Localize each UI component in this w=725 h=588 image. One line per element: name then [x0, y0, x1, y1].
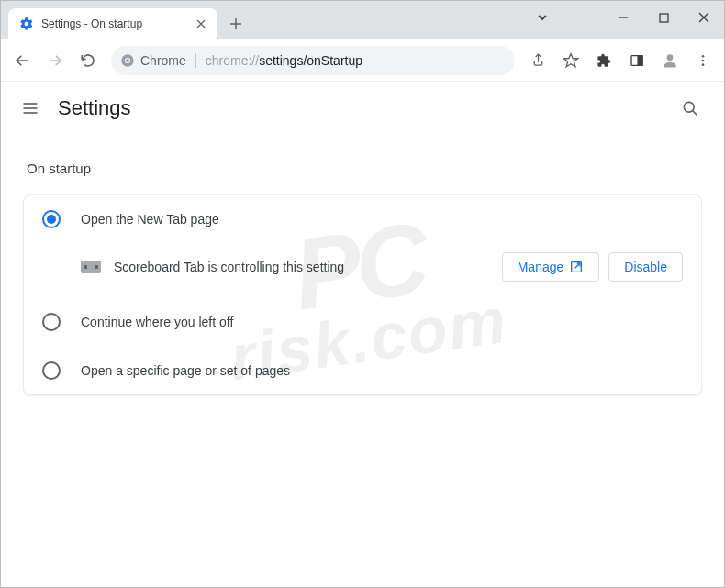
svg-point-19: [702, 59, 705, 61]
svg-rect-16: [638, 55, 642, 65]
new-tab-button[interactable]: [223, 11, 249, 37]
manage-button[interactable]: Manage: [502, 252, 600, 282]
back-button[interactable]: [6, 45, 38, 76]
open-external-icon: [569, 260, 584, 274]
site-chip[interactable]: Chrome: [120, 53, 186, 68]
radio-icon[interactable]: [42, 313, 61, 331]
option-label: Open the New Tab page: [81, 212, 219, 227]
maximize-button[interactable]: [643, 1, 684, 34]
sidepanel-button[interactable]: [621, 45, 652, 76]
page-title: Settings: [58, 96, 131, 120]
radio-icon[interactable]: [42, 210, 61, 228]
option-label: Continue where you left off: [81, 315, 233, 329]
svg-rect-5: [660, 14, 668, 22]
address-bar[interactable]: Chrome chrome://settings/onStartup: [111, 46, 515, 75]
forward-button[interactable]: [39, 45, 71, 76]
chrome-logo-icon: [120, 53, 135, 68]
disable-label: Disable: [624, 260, 667, 274]
startup-card: Open the New Tab page Scoreboard Tab is …: [23, 194, 702, 395]
main-content: On startup Open the New Tab page Scorebo…: [1, 135, 724, 417]
svg-point-18: [702, 55, 705, 58]
controlled-by-extension-row: Scoreboard Tab is controlling this setti…: [24, 243, 701, 298]
url-host: settings: [259, 53, 303, 68]
settings-header: Settings: [1, 82, 724, 135]
radio-icon[interactable]: [42, 361, 61, 380]
toolbar: Chrome chrome://settings/onStartup: [1, 39, 724, 82]
tab-search-chevron-icon[interactable]: [524, 1, 561, 34]
bookmark-button[interactable]: [555, 45, 586, 76]
option-new-tab[interactable]: Open the New Tab page: [24, 195, 701, 243]
url-scheme: chrome://: [206, 53, 259, 68]
option-specific-pages[interactable]: Open a specific page or set of pages: [24, 346, 701, 394]
manage-label: Manage: [518, 260, 564, 274]
svg-point-12: [126, 59, 129, 62]
reload-button[interactable]: [72, 45, 104, 76]
profile-button[interactable]: [654, 45, 686, 76]
share-button[interactable]: [522, 45, 553, 76]
url-path: /onStartup: [303, 53, 362, 68]
chip-label: Chrome: [140, 53, 186, 68]
option-label: Open a specific page or set of pages: [81, 363, 290, 378]
minimize-button[interactable]: [603, 1, 643, 34]
svg-point-20: [702, 63, 705, 66]
svg-point-24: [684, 102, 694, 112]
option-continue[interactable]: Continue where you left off: [24, 298, 701, 346]
gear-icon: [19, 17, 34, 31]
url-text: chrome://settings/onStartup: [206, 53, 362, 68]
disable-button[interactable]: Disable: [608, 252, 683, 282]
titlebar: Settings - On startup: [1, 1, 724, 39]
browser-tab[interactable]: Settings - On startup: [8, 8, 218, 39]
extension-icon: [81, 261, 101, 273]
svg-line-25: [693, 111, 697, 116]
search-settings-button[interactable]: [675, 93, 706, 124]
controlled-text: Scoreboard Tab is controlling this setti…: [114, 260, 489, 274]
tab-title: Settings - On startup: [41, 17, 194, 30]
section-title: On startup: [27, 161, 702, 176]
close-window-button[interactable]: [684, 1, 724, 34]
extensions-button[interactable]: [588, 45, 619, 76]
close-tab-icon[interactable]: [194, 17, 208, 31]
svg-marker-13: [564, 53, 578, 66]
divider: [195, 53, 196, 68]
svg-point-17: [667, 54, 674, 61]
menu-button[interactable]: [687, 45, 719, 76]
hamburger-menu-button[interactable]: [19, 97, 41, 119]
